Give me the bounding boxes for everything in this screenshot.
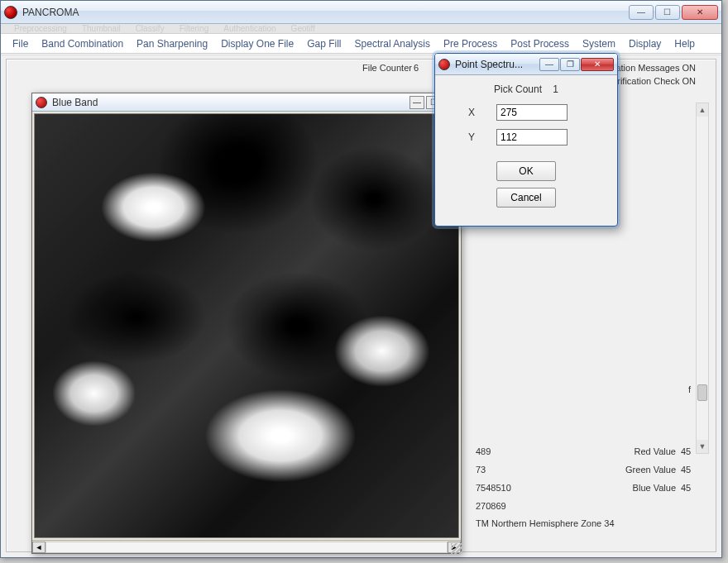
menu-display-one-file[interactable]: Display One File: [214, 36, 300, 52]
child-titlebar[interactable]: Blue Band — ☐ ✕: [32, 93, 461, 112]
menu-system[interactable]: System: [576, 36, 622, 52]
y-label: Y: [447, 131, 496, 143]
red-value: 45: [681, 446, 701, 456]
file-counter-label: File Counter: [362, 63, 412, 73]
band-image[interactable]: [35, 114, 458, 537]
disabled-toolbar: Preprocessing Thumbnail Classify Filteri…: [1, 24, 721, 34]
minimize-button[interactable]: —: [629, 5, 654, 20]
info-row: 489 Red Value 45: [476, 442, 701, 460]
child-title-text: Blue Band: [52, 97, 408, 108]
scroll-track[interactable]: [46, 542, 448, 553]
ok-button[interactable]: OK: [496, 161, 556, 181]
pick-count-value: 1: [553, 83, 558, 95]
dialog-buttons: OK Cancel: [447, 161, 606, 208]
dialog-titlebar[interactable]: Point Spectru... — ❐ ✕: [435, 54, 617, 75]
menu-spectral-analysis[interactable]: Spectral Analysis: [348, 36, 437, 52]
window-controls: — ☐ ✕: [627, 5, 718, 20]
ghost-item: Thumbnail: [82, 24, 121, 33]
ghost-item: Geotiff: [291, 24, 315, 33]
info-left-value: 7548510: [476, 483, 542, 493]
dialog-window-controls: — ❐ ✕: [539, 58, 614, 71]
menubar: File Band Combination Pan Sharpening Dis…: [1, 34, 721, 54]
pixel-info-panel: 489 Red Value 45 73 Green Value 45 75485…: [476, 442, 701, 528]
app-title: PANCROMA: [22, 7, 79, 18]
x-label: X: [447, 107, 496, 118]
file-counter-value: 6: [414, 63, 419, 73]
titlebar[interactable]: PANCROMA — ☐ ✕: [1, 1, 721, 24]
child-horizontal-scrollbar[interactable]: ◄ ►: [32, 540, 461, 553]
child-minimize-button[interactable]: —: [410, 96, 424, 109]
menu-help[interactable]: Help: [668, 36, 702, 52]
blue-value-label: Blue Value: [542, 483, 681, 493]
ghost-item: Preprocessing: [14, 24, 67, 33]
menu-post-process[interactable]: Post Process: [504, 36, 576, 52]
info-row: 7548510 Blue Value 45: [476, 479, 701, 497]
log-text-fragment: f: [688, 384, 691, 394]
dialog-title-text: Point Spectru...: [455, 59, 539, 70]
menu-display[interactable]: Display: [622, 36, 668, 52]
blue-value: 45: [681, 483, 701, 493]
ghost-item: Filtering: [180, 24, 209, 33]
scroll-thumb[interactable]: [697, 384, 707, 401]
scroll-up-arrow-icon[interactable]: ▲: [697, 103, 708, 117]
info-left-value: 73: [476, 465, 542, 475]
x-input[interactable]: [496, 104, 568, 121]
info-left-value: 270869: [476, 501, 542, 511]
dialog-body: Pick Count 1 X Y OK Cancel: [435, 75, 617, 212]
y-row: Y: [447, 125, 606, 150]
blue-band-window[interactable]: Blue Band — ☐ ✕ ◄ ►: [31, 93, 462, 554]
utm-zone-text: TM Northern Hemisphere Zone 34: [476, 518, 701, 528]
info-row: 270869: [476, 497, 701, 515]
info-left-value: 489: [476, 446, 542, 456]
menu-file[interactable]: File: [6, 36, 35, 52]
message-log-scrollbar[interactable]: ▲ f ▼: [696, 103, 709, 454]
point-spectrum-dialog[interactable]: Point Spectru... — ❐ ✕ Pick Count 1 X Y …: [434, 53, 618, 227]
x-row: X: [447, 100, 606, 125]
cancel-button[interactable]: Cancel: [496, 188, 556, 208]
close-button[interactable]: ✕: [682, 5, 718, 20]
dialog-minimize-button[interactable]: —: [539, 58, 559, 71]
pick-count-row: Pick Count 1: [447, 83, 606, 95]
scroll-left-arrow-icon[interactable]: ◄: [32, 542, 46, 553]
ghost-item: Authentication: [223, 24, 275, 33]
dialog-maximize-button[interactable]: ❐: [560, 58, 580, 71]
menu-band-combination[interactable]: Band Combination: [35, 36, 130, 52]
resize-grip-icon[interactable]: [451, 543, 462, 555]
menu-gap-fill[interactable]: Gap Fill: [300, 36, 347, 52]
dialog-icon: [438, 59, 450, 70]
maximize-button[interactable]: ☐: [655, 5, 680, 20]
menu-pan-sharpening[interactable]: Pan Sharpening: [130, 36, 214, 52]
pick-count-label: Pick Count: [494, 83, 542, 95]
green-value-label: Green Value: [542, 465, 681, 475]
child-window-icon: [36, 97, 47, 108]
ghost-item: Classify: [136, 24, 165, 33]
menu-pre-process[interactable]: Pre Process: [437, 36, 504, 52]
y-input[interactable]: [496, 129, 568, 146]
band-image-viewport[interactable]: [34, 113, 459, 538]
app-icon: [4, 6, 17, 19]
red-value-label: Red Value: [542, 446, 681, 456]
green-value: 45: [681, 465, 701, 475]
info-row: 73 Green Value 45: [476, 460, 701, 479]
dialog-close-button[interactable]: ✕: [581, 58, 614, 71]
